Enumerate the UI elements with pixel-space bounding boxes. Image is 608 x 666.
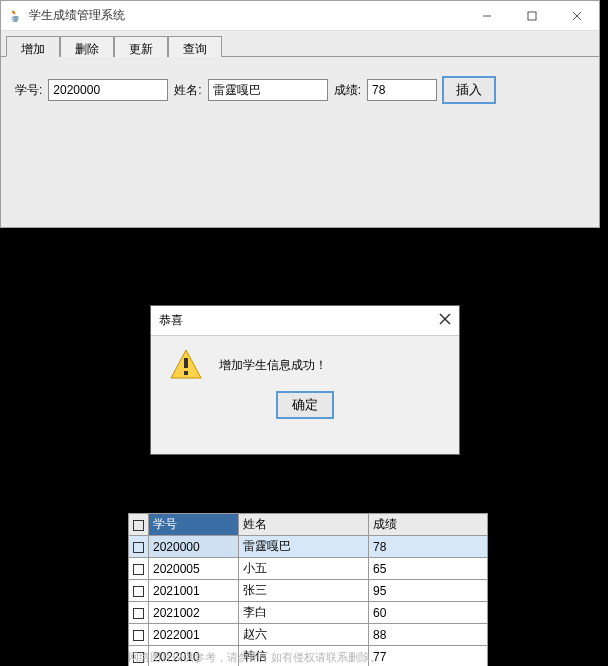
row-checkbox-cell[interactable] xyxy=(129,580,149,602)
cell-name: 李白 xyxy=(239,602,369,624)
titlebar: 学生成绩管理系统 xyxy=(1,1,599,31)
main-window: 学生成绩管理系统 增加 删除 更新 查询 学号: 姓名: 成绩: 插入 xyxy=(0,0,600,228)
form-row: 学号: 姓名: 成绩: 插入 xyxy=(1,57,599,123)
window-controls xyxy=(464,1,599,30)
cell-name: 赵六 xyxy=(239,624,369,646)
checkbox-icon xyxy=(133,586,144,597)
result-table-wrap: 学号 姓名 成绩 2020000 雷霆嘎巴 78 2020005 小五 65 2… xyxy=(128,513,488,666)
cell-id: 2022001 xyxy=(149,624,239,646)
success-dialog: 恭喜 增加学生信息成功！ 确定 xyxy=(150,305,460,455)
java-icon xyxy=(7,8,23,24)
tab-bar: 增加 删除 更新 查询 xyxy=(1,31,599,57)
insert-button[interactable]: 插入 xyxy=(443,77,495,103)
id-label: 学号: xyxy=(15,82,42,99)
table-row[interactable]: 2022001 赵六 88 xyxy=(129,624,488,646)
cell-id: 2020005 xyxy=(149,558,239,580)
checkbox-icon xyxy=(133,630,144,641)
cell-name: 张三 xyxy=(239,580,369,602)
table-row[interactable]: 2021002 李白 60 xyxy=(129,602,488,624)
cell-id: 2021002 xyxy=(149,602,239,624)
cell-score: 95 xyxy=(369,580,488,602)
header-score[interactable]: 成绩 xyxy=(369,514,488,536)
checkbox-icon xyxy=(133,608,144,619)
tab-query[interactable]: 查询 xyxy=(168,36,222,57)
dialog-body: 增加学生信息成功！ xyxy=(151,336,459,388)
svg-rect-7 xyxy=(184,358,188,368)
checkbox-icon xyxy=(133,520,144,531)
dialog-message: 增加学生信息成功！ xyxy=(219,357,327,374)
cell-score: 88 xyxy=(369,624,488,646)
window-title: 学生成绩管理系统 xyxy=(29,7,464,24)
tab-add[interactable]: 增加 xyxy=(6,36,60,57)
cell-score: 65 xyxy=(369,558,488,580)
footer-note: 网络图片仅供参考，请勿用，如有侵权请联系删除。 xyxy=(128,650,381,665)
dialog-close-icon[interactable] xyxy=(439,313,451,328)
row-checkbox-cell[interactable] xyxy=(129,558,149,580)
dialog-title-text: 恭喜 xyxy=(159,312,439,329)
tab-update[interactable]: 更新 xyxy=(114,36,168,57)
checkbox-icon xyxy=(133,564,144,575)
header-checkbox-cell[interactable] xyxy=(129,514,149,536)
row-checkbox-cell[interactable] xyxy=(129,602,149,624)
name-label: 姓名: xyxy=(174,82,201,99)
svg-rect-1 xyxy=(528,12,536,20)
name-input[interactable] xyxy=(208,79,328,101)
dialog-titlebar: 恭喜 xyxy=(151,306,459,336)
score-label: 成绩: xyxy=(334,82,361,99)
table-row[interactable]: 2020000 雷霆嘎巴 78 xyxy=(129,536,488,558)
warning-icon xyxy=(169,348,203,382)
close-button[interactable] xyxy=(554,1,599,31)
cell-score: 60 xyxy=(369,602,488,624)
cell-score: 78 xyxy=(369,536,488,558)
row-checkbox-cell[interactable] xyxy=(129,624,149,646)
minimize-button[interactable] xyxy=(464,1,509,31)
dialog-ok-button[interactable]: 确定 xyxy=(277,392,333,418)
svg-rect-8 xyxy=(184,371,188,375)
id-input[interactable] xyxy=(48,79,168,101)
checkbox-icon xyxy=(133,542,144,553)
header-id[interactable]: 学号 xyxy=(149,514,239,536)
table-row[interactable]: 2021001 张三 95 xyxy=(129,580,488,602)
cell-id: 2020000 xyxy=(149,536,239,558)
table-row[interactable]: 2020005 小五 65 xyxy=(129,558,488,580)
header-name[interactable]: 姓名 xyxy=(239,514,369,536)
cell-name: 雷霆嘎巴 xyxy=(239,536,369,558)
score-input[interactable] xyxy=(367,79,437,101)
cell-id: 2021001 xyxy=(149,580,239,602)
cell-name: 小五 xyxy=(239,558,369,580)
maximize-button[interactable] xyxy=(509,1,554,31)
cell-score: 77 xyxy=(369,646,488,667)
tab-delete[interactable]: 删除 xyxy=(60,36,114,57)
row-checkbox-cell[interactable] xyxy=(129,536,149,558)
result-table: 学号 姓名 成绩 2020000 雷霆嘎巴 78 2020005 小五 65 2… xyxy=(128,513,488,666)
dialog-footer: 确定 xyxy=(151,388,459,418)
